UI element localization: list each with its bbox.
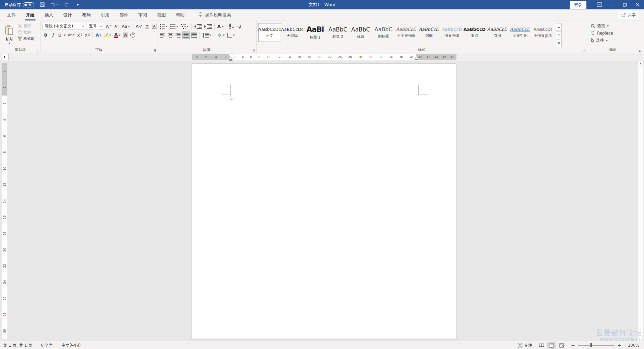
font-size-select[interactable]: 五号: [87, 23, 104, 30]
gallery-down-button[interactable]: [556, 31, 562, 39]
style-item[interactable]: AaBbCcD 不明显强调: [395, 23, 418, 42]
phonetic-guide-button[interactable]: 文: [144, 23, 150, 30]
zoom-in-button[interactable]: +: [617, 343, 621, 348]
style-item[interactable]: AaBbC 标题 2: [327, 23, 349, 42]
scroll-up-button[interactable]: [638, 61, 643, 66]
justify-button[interactable]: [182, 32, 190, 39]
focus-mode-button[interactable]: 专注: [518, 343, 532, 348]
login-button[interactable]: 登录: [570, 1, 586, 9]
multilevel-list-button[interactable]: [180, 23, 190, 30]
style-item[interactable]: AaBbCcD 明显强调: [440, 23, 463, 42]
font-dialog-launcher[interactable]: [153, 49, 156, 52]
print-layout-button[interactable]: [547, 342, 556, 349]
character-border-button[interactable]: A: [151, 23, 158, 30]
subscript-button[interactable]: x2: [76, 32, 83, 39]
shrink-font-button[interactable]: A˅: [114, 23, 120, 30]
customize-qat-button[interactable]: [74, 1, 81, 9]
style-item[interactable]: AaBbCcDc 正文: [258, 23, 281, 42]
decrease-indent-button[interactable]: [193, 23, 203, 30]
highlight-color-button[interactable]: [103, 32, 112, 39]
style-item[interactable]: AaBbCcD 要点: [463, 23, 486, 42]
style-item[interactable]: AaBbC 副标题: [372, 23, 395, 42]
zoom-slider[interactable]: [578, 345, 615, 346]
ribbon-display-options-button[interactable]: [593, 0, 606, 9]
read-mode-button[interactable]: [537, 342, 546, 349]
clipboard-dialog-launcher[interactable]: [36, 49, 39, 52]
select-button[interactable]: 选择: [591, 38, 613, 43]
undo-button[interactable]: [50, 1, 58, 9]
collapse-ribbon-button[interactable]: [639, 50, 641, 52]
hanging-indent-marker[interactable]: [229, 57, 232, 61]
ribbon-tab[interactable]: 审阅: [133, 9, 152, 20]
align-right-button[interactable]: [174, 32, 182, 39]
superscript-button[interactable]: x2: [84, 32, 91, 39]
enclose-characters-button[interactable]: 字: [129, 32, 136, 39]
borders-button[interactable]: [226, 32, 236, 39]
increase-indent-button[interactable]: [203, 23, 213, 30]
clear-formatting-button[interactable]: A: [135, 23, 143, 30]
gallery-up-button[interactable]: [556, 23, 562, 31]
paragraph-dialog-launcher[interactable]: [252, 49, 255, 52]
right-indent-marker[interactable]: [415, 57, 418, 60]
grow-font-button[interactable]: A^: [105, 23, 113, 30]
ribbon-tab[interactable]: 视图: [152, 9, 171, 20]
style-item[interactable]: AaBbCcD 强调: [418, 23, 440, 42]
character-shading-button[interactable]: A: [122, 32, 129, 39]
italic-button[interactable]: I: [50, 32, 56, 39]
style-item[interactable]: AaBl 标题 1: [304, 23, 327, 42]
underline-dropdown-icon[interactable]: [64, 35, 66, 36]
bold-button[interactable]: B: [43, 32, 49, 39]
cut-button[interactable]: 剪切: [18, 23, 34, 28]
underline-button[interactable]: U: [57, 32, 63, 39]
minimize-button[interactable]: [606, 0, 619, 9]
ribbon-tab[interactable]: 插入: [40, 9, 58, 20]
align-left-button[interactable]: [159, 32, 166, 39]
line-spacing-button[interactable]: [201, 32, 212, 39]
style-item[interactable]: AaBbCcDt 不明显参考: [531, 23, 554, 42]
ribbon-tab[interactable]: 引用: [96, 9, 115, 20]
redo-button[interactable]: [63, 1, 70, 9]
format-painter-button[interactable]: 格式刷: [18, 36, 34, 41]
numbering-button[interactable]: [169, 23, 179, 30]
bullets-button[interactable]: [159, 23, 169, 30]
share-button[interactable]: 共享: [618, 11, 639, 19]
restore-button[interactable]: [619, 0, 631, 9]
text-effects-button[interactable]: A: [94, 32, 102, 39]
style-item[interactable]: AaBbCcD 引用: [486, 23, 509, 42]
ribbon-tab[interactable]: 布局: [77, 9, 96, 20]
zoom-slider-thumb[interactable]: [590, 343, 592, 347]
zoom-out-button[interactable]: −: [571, 343, 575, 348]
web-layout-button[interactable]: [557, 342, 566, 349]
save-button[interactable]: [39, 1, 46, 9]
font-name-select[interactable]: 等线 (中文正文): [43, 23, 86, 30]
language-indicator[interactable]: 中文(中国): [62, 343, 81, 348]
style-item[interactable]: AaBbCcDc 无间隔: [281, 23, 304, 42]
close-button[interactable]: [631, 0, 644, 9]
document-page[interactable]: [192, 63, 456, 339]
styles-dialog-launcher[interactable]: [582, 49, 585, 52]
autosave-toggle[interactable]: 自动保存 关: [5, 2, 34, 8]
zoom-level[interactable]: 100%: [626, 343, 639, 348]
copy-button[interactable]: 复制: [18, 30, 34, 35]
gallery-more-button[interactable]: [556, 40, 562, 47]
vertical-scrollbar[interactable]: [638, 61, 643, 341]
ribbon-tab[interactable]: 帮助: [171, 9, 190, 20]
word-count[interactable]: 0 个字: [41, 343, 53, 348]
style-item[interactable]: AaBbC 标题: [349, 23, 372, 42]
show-hide-marks-button[interactable]: [236, 23, 243, 30]
autosave-switch[interactable]: 关: [23, 2, 34, 7]
ribbon-tab[interactable]: 设计: [58, 9, 77, 20]
change-case-button[interactable]: Aa: [121, 23, 131, 30]
paste-button[interactable]: 粘贴: [2, 22, 17, 47]
ribbon-tab[interactable]: 开始: [21, 9, 40, 20]
distributed-button[interactable]: [191, 32, 198, 39]
tell-me-search[interactable]: 操作说明搜索: [198, 12, 231, 18]
replace-button[interactable]: bc Replace: [591, 31, 613, 36]
font-color-button[interactable]: A: [113, 32, 122, 39]
ribbon-tab[interactable]: 邮件: [115, 9, 133, 20]
find-button[interactable]: 查找: [591, 23, 613, 29]
page-info[interactable]: 第 1 页, 共 1 页: [3, 343, 32, 348]
tab-selector-button[interactable]: [2, 54, 9, 60]
strikethrough-button[interactable]: abc: [67, 32, 76, 39]
asian-layout-button[interactable]: A: [216, 23, 224, 30]
